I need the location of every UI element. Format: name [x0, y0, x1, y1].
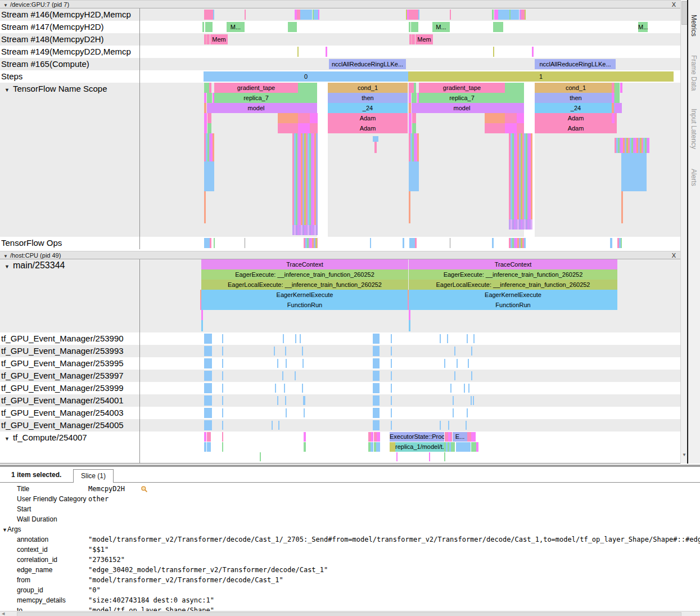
vertical-scrollbar[interactable]: ▼: [680, 0, 687, 464]
process-header-gpu[interactable]: ▼/device:GPU:7 (pid 7) X: [0, 0, 680, 8]
trace-event[interactable]: [440, 421, 441, 430]
side-tab-alerts[interactable]: Alerts: [690, 169, 698, 186]
trace-event[interactable]: [450, 10, 451, 20]
trace-event[interactable]: [245, 10, 246, 20]
trace-event[interactable]: [612, 113, 615, 123]
trace-event[interactable]: [204, 442, 206, 452]
trace-event[interactable]: [468, 359, 469, 368]
trace-event[interactable]: [298, 123, 310, 133]
trace-event[interactable]: [207, 123, 211, 133]
scroll-down-icon[interactable]: ▼: [681, 452, 687, 457]
trace-event[interactable]: [409, 310, 410, 320]
trace-event[interactable]: [292, 225, 318, 235]
trace-event[interactable]: [505, 93, 524, 103]
trace-event[interactable]: TraceContext: [201, 259, 408, 269]
trace-event[interactable]: [429, 452, 430, 461]
trace-event[interactable]: [204, 383, 212, 393]
trace-event[interactable]: then: [535, 93, 617, 103]
trace-event[interactable]: [304, 408, 305, 417]
trace-event[interactable]: [505, 113, 517, 123]
trace-event[interactable]: [207, 34, 210, 44]
trace-event[interactable]: [201, 310, 203, 320]
trace-event[interactable]: [450, 432, 452, 442]
track-row[interactable]: Stream #147(MemcpyH2D)M...M...M...: [0, 21, 680, 33]
trace-event[interactable]: [612, 123, 615, 133]
trace-event[interactable]: [288, 22, 297, 32]
trace-event[interactable]: [391, 408, 392, 417]
trace-event[interactable]: [376, 442, 380, 452]
trace-event[interactable]: [412, 34, 415, 44]
trace-event[interactable]: [222, 334, 223, 343]
trace-event[interactable]: [511, 10, 519, 20]
trace-event[interactable]: [409, 83, 414, 93]
trace-event[interactable]: [295, 371, 296, 380]
trace-event[interactable]: [447, 334, 448, 343]
side-tab-input-latency[interactable]: Input Latency: [690, 109, 698, 149]
trace-event[interactable]: EagerExecute: __inference_train_function…: [201, 269, 408, 280]
trace-event[interactable]: [285, 396, 286, 405]
trace-event[interactable]: [373, 334, 380, 344]
trace-event[interactable]: [494, 10, 498, 20]
trace-event[interactable]: [450, 384, 451, 393]
trace-event[interactable]: [298, 93, 317, 103]
scrollbar-thumb[interactable]: [17, 612, 681, 616]
track-row[interactable]: tf_GPU_Event_Manager/253993: [0, 345, 680, 357]
trace-event[interactable]: [373, 136, 378, 142]
trace-event[interactable]: E...: [453, 432, 467, 442]
search-icon[interactable]: [141, 485, 148, 496]
trace-event[interactable]: [204, 133, 214, 161]
trace-event[interactable]: [373, 383, 380, 393]
trace-event[interactable]: [485, 113, 505, 123]
trace-event[interactable]: [454, 347, 455, 356]
trace-event[interactable]: [222, 396, 223, 405]
trace-event[interactable]: [222, 442, 223, 452]
trace-event[interactable]: [620, 83, 622, 93]
trace-event[interactable]: FunctionRun: [201, 300, 408, 310]
trace-event[interactable]: [204, 346, 212, 356]
trace-event[interactable]: [409, 113, 412, 123]
trace-event[interactable]: [453, 408, 454, 417]
trace-event[interactable]: [509, 219, 532, 230]
trace-event[interactable]: [274, 347, 275, 356]
trace-event[interactable]: [204, 420, 212, 430]
trace-event[interactable]: gradient_tape: [214, 83, 298, 93]
trace-event[interactable]: [373, 346, 380, 356]
trace-event[interactable]: [493, 22, 503, 32]
trace-event[interactable]: [278, 113, 298, 123]
trace-event[interactable]: [409, 103, 411, 113]
trace-event[interactable]: ncclAllReduceRingLLKe...: [329, 59, 406, 69]
trace-event[interactable]: [204, 238, 210, 248]
trace-event[interactable]: [204, 103, 206, 113]
trace-event[interactable]: [467, 334, 468, 343]
trace-event[interactable]: [444, 359, 445, 368]
trace-event[interactable]: [463, 442, 471, 452]
trace-event[interactable]: [302, 347, 303, 356]
trace-event[interactable]: [310, 113, 318, 123]
trace-event[interactable]: [498, 10, 509, 20]
trace-event[interactable]: [612, 93, 614, 103]
trace-event[interactable]: [204, 334, 212, 344]
trace-event[interactable]: [297, 47, 299, 57]
trace-event[interactable]: TraceContext: [409, 259, 617, 269]
trace-event[interactable]: [409, 161, 419, 191]
trace-event[interactable]: [318, 10, 319, 20]
trace-event[interactable]: cond_1: [328, 83, 408, 93]
trace-event[interactable]: [302, 384, 303, 393]
trace-event[interactable]: [222, 359, 223, 368]
trace-event[interactable]: [492, 10, 494, 20]
track-row[interactable]: Stream #165(Compute)ncclAllReduceRingLLK…: [0, 58, 680, 70]
trace-event[interactable]: [277, 359, 278, 368]
trace-event[interactable]: [373, 420, 380, 430]
trace-event[interactable]: [471, 371, 472, 380]
trace-event[interactable]: [298, 103, 317, 113]
trace-event[interactable]: [222, 371, 223, 380]
trace-event[interactable]: [391, 421, 392, 430]
trace-event[interactable]: [612, 83, 614, 93]
trace-event[interactable]: [412, 93, 417, 103]
collapse-icon[interactable]: ▼: [4, 87, 10, 93]
trace-event[interactable]: [207, 113, 211, 123]
trace-event[interactable]: [204, 432, 206, 442]
trace-event[interactable]: [391, 359, 392, 368]
trace-event[interactable]: [272, 421, 273, 430]
trace-event[interactable]: [473, 396, 474, 405]
